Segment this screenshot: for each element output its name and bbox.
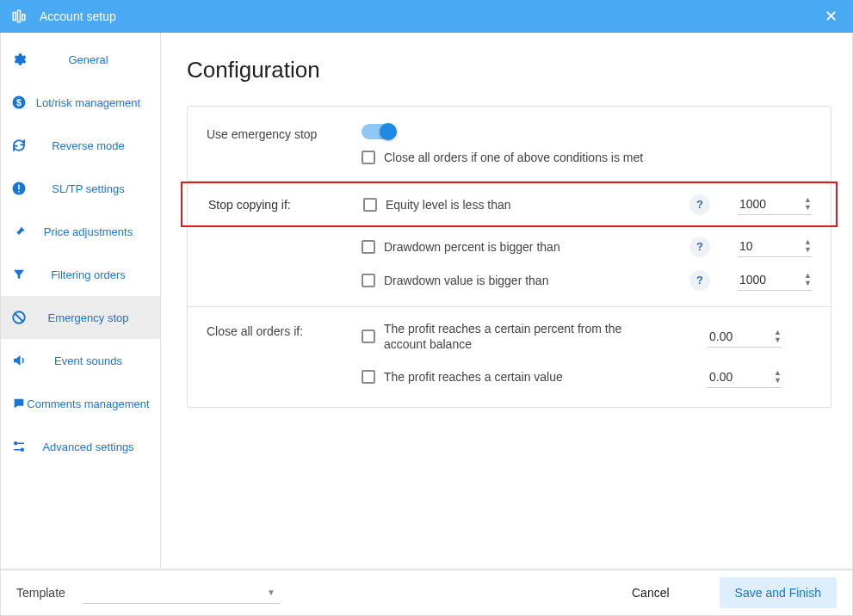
sidebar-item-sounds[interactable]: Event sounds: [1, 339, 160, 382]
equity-value-input[interactable]: [738, 194, 786, 214]
sidebar-item-label: Reverse mode: [25, 139, 151, 152]
cancel-button[interactable]: Cancel: [616, 577, 685, 608]
svg-point-10: [14, 441, 18, 446]
svg-rect-7: [18, 191, 20, 193]
dd-value-help-icon[interactable]: ?: [689, 270, 710, 291]
save-button[interactable]: Save and Finish: [720, 577, 837, 608]
dd-percent-value-input[interactable]: [738, 236, 786, 256]
profit-percent-checkbox[interactable]: [362, 330, 375, 343]
profit-value-spinner-down[interactable]: ▼: [774, 377, 782, 385]
profit-percent-label: The profit reaches a certain percent fro…: [384, 321, 659, 352]
sidebar-item-label: Filtering orders: [25, 268, 151, 281]
close-all-conditions-label: Close all orders if one of above conditi…: [384, 150, 812, 165]
svg-line-9: [15, 314, 23, 322]
equity-label: Equity level is less than: [386, 197, 679, 213]
svg-rect-0: [13, 13, 15, 21]
close-button[interactable]: ✕: [819, 7, 843, 26]
sidebar-item-emergency[interactable]: Emergency stop: [1, 296, 160, 339]
config-panel: Use emergency stop Close all orders if o…: [187, 106, 831, 408]
sidebar-item-label: Advanced settings: [25, 440, 151, 453]
sidebar-item-reverse[interactable]: Reverse mode: [1, 124, 160, 167]
title-bar: Account setup ✕: [0, 0, 853, 33]
sidebar-item-sltp[interactable]: SL/TP settings: [1, 167, 160, 210]
svg-rect-6: [18, 185, 20, 190]
stop-copying-label: Stop copying if:: [208, 198, 363, 212]
profit-value-label: The profit reaches a certain value: [384, 369, 659, 385]
template-label: Template: [16, 586, 65, 600]
sidebar-item-label: SL/TP settings: [25, 182, 151, 195]
template-select[interactable]: ▼: [83, 582, 281, 604]
svg-text:$: $: [16, 97, 22, 108]
sidebar-item-label: Comments management: [25, 397, 151, 410]
profit-value-checkbox[interactable]: [362, 370, 375, 384]
svg-point-11: [21, 448, 25, 453]
equity-checkbox[interactable]: [363, 198, 377, 212]
sidebar-item-label: Lot/risk management: [25, 96, 151, 109]
app-icon: [10, 8, 28, 25]
sidebar-item-comments[interactable]: Comments management: [1, 382, 160, 425]
close-all-conditions-checkbox[interactable]: [362, 151, 375, 164]
chevron-down-icon: ▼: [267, 588, 275, 597]
sidebar: General $ Lot/risk management Reverse mo…: [1, 33, 161, 569]
use-emergency-label: Use emergency stop: [207, 124, 362, 141]
page-heading: Configuration: [187, 57, 831, 83]
dd-value-value-input[interactable]: [738, 269, 786, 290]
svg-rect-2: [22, 15, 25, 21]
svg-rect-1: [18, 10, 21, 22]
profit-percent-spinner-down[interactable]: ▼: [774, 336, 782, 344]
sidebar-item-price[interactable]: Price adjustments: [1, 210, 160, 253]
highlighted-row: Stop copying if: Equity level is less th…: [181, 182, 838, 227]
dd-percent-spinner-down[interactable]: ▼: [804, 246, 812, 254]
equity-spinner-down[interactable]: ▼: [804, 204, 812, 212]
equity-help-icon[interactable]: ?: [689, 194, 710, 215]
close-all-label: Close all orders if:: [207, 321, 362, 338]
dd-value-checkbox[interactable]: [362, 274, 375, 287]
dd-value-spinner-down[interactable]: ▼: [804, 280, 812, 287]
sidebar-item-label: Event sounds: [25, 354, 151, 367]
sidebar-item-general[interactable]: General: [1, 38, 160, 81]
dd-percent-checkbox[interactable]: [362, 240, 375, 254]
sidebar-item-lot-risk[interactable]: $ Lot/risk management: [1, 81, 160, 124]
main-content: Configuration Use emergency stop Close a…: [161, 33, 852, 569]
sidebar-item-label: Price adjustments: [25, 225, 151, 238]
window-title: Account setup: [40, 9, 116, 23]
dd-value-label: Drawdown value is bigger than: [384, 273, 679, 288]
dd-percent-help-icon[interactable]: ?: [689, 237, 710, 257]
sidebar-item-label: General: [25, 53, 151, 66]
profit-value-value-input[interactable]: [708, 367, 756, 387]
sidebar-item-advanced[interactable]: Advanced settings: [1, 425, 160, 468]
profit-percent-value-input[interactable]: [708, 326, 756, 347]
dd-percent-label: Drawdown percent is bigger than: [384, 239, 679, 255]
footer-bar: Template ▼ Cancel Save and Finish: [0, 570, 853, 616]
use-emergency-toggle[interactable]: [362, 124, 396, 139]
sidebar-item-filtering[interactable]: Filtering orders: [1, 253, 160, 296]
sidebar-item-label: Emergency stop: [25, 311, 151, 324]
